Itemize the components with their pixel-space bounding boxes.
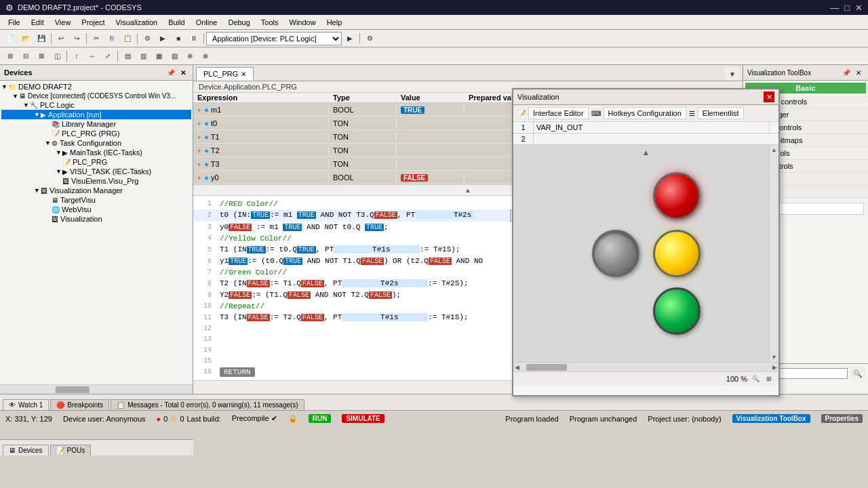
tree-item-device[interactable]: ▼ 🖥 Device [connected] (CODESYS Control …: [1, 92, 191, 100]
close-button[interactable]: ✕: [855, 3, 863, 13]
menu-build[interactable]: Build: [163, 17, 190, 28]
tree-item-maintask[interactable]: ▼ ▶ MainTask (IEC-Tasks): [1, 148, 191, 157]
copy-button[interactable]: ⎘: [104, 32, 119, 45]
menu-edit[interactable]: Edit: [26, 17, 50, 28]
run-button[interactable]: ▶: [155, 32, 170, 45]
visu-scroll-up[interactable]: ▲: [642, 148, 650, 157]
panel-close-button[interactable]: ✕: [178, 67, 189, 78]
visu-close-button[interactable]: ✕: [764, 92, 774, 102]
undo-button[interactable]: ↩: [54, 32, 68, 45]
knob-control[interactable]: [592, 230, 639, 277]
rotary-knob[interactable]: [592, 230, 639, 277]
tb2-btn8[interactable]: ▤: [120, 49, 135, 63]
visu-tab-hotkeys[interactable]: Hotkeys Configuration: [604, 107, 686, 119]
tb2-btn4[interactable]: ◫: [50, 49, 64, 63]
build-button[interactable]: ⚙: [140, 32, 155, 45]
tab-menu-button[interactable]: ▼: [725, 67, 740, 81]
tb2-btn2[interactable]: ⊟: [18, 49, 33, 63]
toolbox-pin-button[interactable]: 📌: [841, 67, 852, 78]
settings-button[interactable]: ⚙: [362, 32, 377, 45]
menu-view[interactable]: View: [50, 17, 77, 28]
tab-messages[interactable]: 📋 Messages - Total 0 error(s), 0 warning…: [111, 399, 304, 410]
red-light[interactable]: [653, 172, 701, 220]
properties-status[interactable]: Properties: [821, 414, 863, 423]
var-value[interactable]: FALSE: [397, 173, 465, 182]
tb2-btn13[interactable]: ⊗: [198, 49, 213, 63]
expand-button[interactable]: +: [197, 121, 201, 127]
tab-plc-prg[interactable]: PLC_PRG ✕: [196, 67, 254, 81]
visu-zoom-fit-button[interactable]: ⊞: [764, 373, 774, 384]
tab-close-button[interactable]: ✕: [241, 70, 246, 78]
menu-project[interactable]: Project: [76, 17, 110, 28]
visu-toolbox-status[interactable]: Visualization ToolBox: [732, 414, 810, 423]
tree-item-plcprg[interactable]: 📝 PLC_PRG (PRG): [1, 129, 191, 138]
save-button[interactable]: 💾: [34, 32, 49, 45]
visu-right-scrollbar[interactable]: ▲ ▼: [769, 145, 778, 362]
minimize-button[interactable]: —: [830, 3, 839, 13]
green-light[interactable]: [653, 287, 701, 335]
pause-button[interactable]: ⏸: [186, 32, 201, 45]
devices-scrollbar[interactable]: [0, 384, 193, 394]
expand-button[interactable]: +: [197, 161, 201, 168]
tree-item-demo[interactable]: ▼ 📁 DEMO DRAFT2: [1, 82, 191, 92]
tree-item-plcprg2[interactable]: 📝 PLC_PRG: [1, 157, 191, 167]
var-value[interactable]: TRUE: [397, 105, 465, 115]
scroll-left-btn[interactable]: ◀: [515, 364, 519, 371]
tb2-btn9[interactable]: ▥: [136, 49, 151, 63]
scroll-right-btn[interactable]: ▶: [772, 364, 777, 371]
tb2-btn5[interactable]: ↕: [69, 49, 84, 63]
tab-devices[interactable]: 🖥 Devices: [3, 445, 49, 455]
expand-button[interactable]: +: [197, 148, 201, 155]
maximize-button[interactable]: □: [844, 3, 850, 13]
menu-online[interactable]: Online: [191, 17, 223, 28]
visu-tab-elementlist[interactable]: Elementlist: [698, 107, 744, 119]
tb2-btn6[interactable]: ↔: [85, 49, 100, 63]
redo-button[interactable]: ↪: [69, 32, 84, 45]
open-button[interactable]: 📂: [18, 32, 33, 45]
tab-watch1[interactable]: 👁 Watch 1: [3, 399, 49, 410]
tb2-btn3[interactable]: ⊠: [34, 49, 49, 63]
scroll-up-btn[interactable]: ▲: [771, 146, 777, 153]
search-button[interactable]: 🔍: [850, 367, 865, 380]
paste-button[interactable]: 📋: [120, 32, 135, 45]
visu-zoom-button[interactable]: 🔍: [750, 373, 761, 384]
menu-file[interactable]: File: [3, 17, 26, 28]
tree-item-webvisu[interactable]: 🌐 WebVisu: [1, 205, 191, 214]
cut-button[interactable]: ✂: [89, 32, 104, 45]
tb2-btn11[interactable]: ▧: [167, 49, 182, 63]
stop-button[interactable]: ■: [171, 32, 186, 45]
tree-item-taskconfig[interactable]: ▼ ⚙ Task Configuration: [1, 138, 191, 148]
expand-button[interactable]: +: [197, 107, 201, 114]
tb2-btn10[interactable]: ▦: [151, 49, 166, 63]
new-button[interactable]: 📄: [3, 32, 18, 45]
tree-item-application[interactable]: ▼ ▶ Application [run]: [1, 110, 191, 119]
menu-visualization[interactable]: Visualization: [111, 17, 163, 28]
visu-scrollbar-col[interactable]: [769, 122, 778, 133]
panel-pin-button[interactable]: 📌: [165, 67, 176, 78]
tb2-btn7[interactable]: ⤢: [100, 49, 115, 63]
tree-item-visutask[interactable]: ▼ ▶ VISU_TASK (IEC-Tasks): [1, 167, 191, 176]
toolbox-close-button[interactable]: ✕: [853, 67, 864, 78]
menu-tools[interactable]: Tools: [256, 17, 284, 28]
tb2-btn12[interactable]: ⊕: [182, 49, 197, 63]
menu-window[interactable]: Window: [284, 17, 321, 28]
tree-item-visuprg[interactable]: 🖼 VisuElems.Visu_Prg: [1, 176, 191, 186]
scroll-down-btn[interactable]: ▼: [771, 354, 777, 361]
tree-item-visumgr[interactable]: ▼ 🖼 Visualization Manager: [1, 186, 191, 195]
visu-hscrollbar[interactable]: ◀ ▶: [513, 362, 778, 371]
expand-button[interactable]: +: [197, 134, 201, 141]
tree-item-visualization[interactable]: 🖼 Visualization: [1, 214, 191, 224]
tree-item-plclogic[interactable]: ▼ 🔧 PLC Logic: [1, 100, 191, 110]
expand-button[interactable]: +: [197, 175, 201, 182]
menu-debug[interactable]: Debug: [222, 17, 255, 28]
tb2-btn1[interactable]: ⊞: [3, 49, 18, 63]
menu-help[interactable]: Help: [321, 17, 348, 28]
tree-item-targetvisu[interactable]: 🖥 TargetVisu: [1, 195, 191, 205]
tree-item-libmgr[interactable]: 📚 Library Manager: [1, 119, 191, 129]
application-dropdown[interactable]: Application [Device: PLC Logic]: [206, 32, 342, 45]
yellow-light[interactable]: [653, 230, 701, 277]
visu-tab-interface[interactable]: Interface Editor: [528, 107, 589, 119]
tab-pous[interactable]: 📝 POUs: [50, 445, 92, 455]
tab-breakpoints[interactable]: 🔴 Breakpoints: [50, 399, 109, 410]
dropdown-go-button[interactable]: ▶: [342, 32, 357, 45]
